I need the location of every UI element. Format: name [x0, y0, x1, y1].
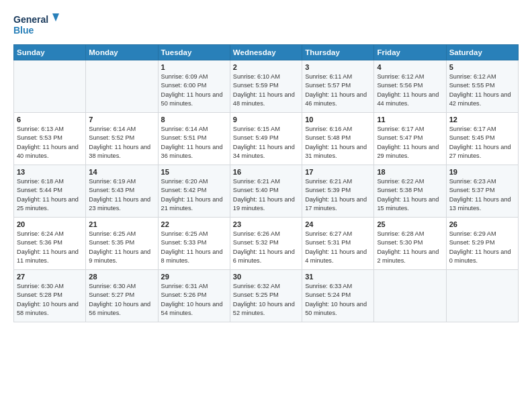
calendar-row: 20Sunrise: 6:24 AM Sunset: 5:36 PM Dayli…	[14, 218, 519, 270]
day-info: Sunrise: 6:15 AM Sunset: 5:49 PM Dayligh…	[233, 125, 299, 161]
calendar-cell: 12Sunrise: 6:17 AM Sunset: 5:45 PM Dayli…	[446, 113, 518, 165]
weekday-header: Sunday	[14, 45, 86, 60]
day-info: Sunrise: 6:24 AM Sunset: 5:36 PM Dayligh…	[17, 230, 83, 265]
day-info: Sunrise: 6:30 AM Sunset: 5:28 PM Dayligh…	[17, 282, 83, 318]
calendar-cell: 24Sunrise: 6:27 AM Sunset: 5:31 PM Dayli…	[302, 218, 374, 270]
day-number: 2	[233, 63, 299, 71]
day-info: Sunrise: 6:11 AM Sunset: 5:57 PM Dayligh…	[305, 73, 371, 108]
day-number: 16	[233, 168, 299, 176]
day-number: 11	[377, 116, 443, 124]
weekday-header: Thursday	[302, 45, 374, 60]
day-info: Sunrise: 6:13 AM Sunset: 5:53 PM Dayligh…	[17, 125, 83, 161]
svg-text:Blue: Blue	[13, 25, 34, 36]
day-info: Sunrise: 6:29 AM Sunset: 5:29 PM Dayligh…	[449, 230, 515, 265]
day-info: Sunrise: 6:26 AM Sunset: 5:32 PM Dayligh…	[233, 230, 299, 265]
weekday-header: Tuesday	[158, 45, 230, 60]
day-info: Sunrise: 6:23 AM Sunset: 5:37 PM Dayligh…	[449, 177, 515, 213]
calendar-cell: 7Sunrise: 6:14 AM Sunset: 5:52 PM Daylig…	[86, 113, 158, 165]
day-info: Sunrise: 6:17 AM Sunset: 5:47 PM Dayligh…	[377, 125, 443, 161]
calendar-cell: 13Sunrise: 6:18 AM Sunset: 5:44 PM Dayli…	[14, 165, 86, 218]
day-number: 14	[89, 168, 154, 176]
day-info: Sunrise: 6:32 AM Sunset: 5:25 PM Dayligh…	[233, 282, 299, 318]
day-number: 15	[161, 168, 227, 176]
day-info: Sunrise: 6:25 AM Sunset: 5:35 PM Dayligh…	[89, 230, 154, 265]
calendar-cell: 3Sunrise: 6:11 AM Sunset: 5:57 PM Daylig…	[302, 60, 374, 113]
calendar-cell: 30Sunrise: 6:32 AM Sunset: 5:25 PM Dayli…	[230, 270, 302, 322]
day-info: Sunrise: 6:12 AM Sunset: 5:56 PM Dayligh…	[377, 73, 443, 108]
calendar-cell: 20Sunrise: 6:24 AM Sunset: 5:36 PM Dayli…	[14, 218, 86, 270]
day-number: 23	[233, 220, 299, 228]
day-number: 1	[161, 63, 227, 71]
calendar-cell: 8Sunrise: 6:14 AM Sunset: 5:51 PM Daylig…	[158, 113, 230, 165]
calendar-cell: 9Sunrise: 6:15 AM Sunset: 5:49 PM Daylig…	[230, 113, 302, 165]
calendar-cell: 18Sunrise: 6:22 AM Sunset: 5:38 PM Dayli…	[374, 165, 446, 218]
calendar-header: SundayMondayTuesdayWednesdayThursdayFrid…	[14, 45, 519, 60]
calendar-body: 1Sunrise: 6:09 AM Sunset: 6:00 PM Daylig…	[14, 60, 519, 322]
calendar-cell: 11Sunrise: 6:17 AM Sunset: 5:47 PM Dayli…	[374, 113, 446, 165]
day-info: Sunrise: 6:25 AM Sunset: 5:33 PM Dayligh…	[161, 230, 227, 265]
day-number: 4	[377, 63, 443, 71]
day-info: Sunrise: 6:14 AM Sunset: 5:51 PM Dayligh…	[161, 125, 227, 161]
day-info: Sunrise: 6:17 AM Sunset: 5:45 PM Dayligh…	[449, 125, 515, 161]
calendar-cell: 21Sunrise: 6:25 AM Sunset: 5:35 PM Dayli…	[86, 218, 158, 270]
weekday-header: Friday	[374, 45, 446, 60]
day-number: 12	[449, 116, 515, 124]
calendar-cell: 10Sunrise: 6:16 AM Sunset: 5:48 PM Dayli…	[302, 113, 374, 165]
day-number: 18	[377, 168, 443, 176]
day-info: Sunrise: 6:30 AM Sunset: 5:27 PM Dayligh…	[89, 282, 154, 318]
logo: General Blue	[13, 11, 60, 38]
day-info: Sunrise: 6:27 AM Sunset: 5:31 PM Dayligh…	[305, 230, 371, 265]
day-info: Sunrise: 6:31 AM Sunset: 5:26 PM Dayligh…	[161, 282, 227, 318]
page-container: General Blue SundayMondayTuesdayWednesda…	[0, 0, 532, 329]
calendar-cell: 26Sunrise: 6:29 AM Sunset: 5:29 PM Dayli…	[446, 218, 518, 270]
day-number: 20	[17, 220, 83, 228]
calendar-cell: 31Sunrise: 6:33 AM Sunset: 5:24 PM Dayli…	[302, 270, 374, 322]
weekday-header: Saturday	[446, 45, 518, 60]
day-info: Sunrise: 6:10 AM Sunset: 5:59 PM Dayligh…	[233, 73, 299, 108]
calendar-row: 13Sunrise: 6:18 AM Sunset: 5:44 PM Dayli…	[14, 165, 519, 218]
day-number: 13	[17, 168, 83, 176]
calendar-cell	[446, 270, 518, 322]
day-number: 29	[161, 273, 227, 281]
day-info: Sunrise: 6:21 AM Sunset: 5:40 PM Dayligh…	[233, 177, 299, 213]
day-info: Sunrise: 6:09 AM Sunset: 6:00 PM Dayligh…	[161, 73, 227, 108]
day-number: 31	[305, 273, 371, 281]
day-number: 3	[305, 63, 371, 71]
day-number: 7	[89, 116, 154, 124]
page-header: General Blue	[13, 11, 519, 38]
day-info: Sunrise: 6:21 AM Sunset: 5:39 PM Dayligh…	[305, 177, 371, 213]
day-info: Sunrise: 6:19 AM Sunset: 5:43 PM Dayligh…	[89, 177, 154, 213]
header-row: SundayMondayTuesdayWednesdayThursdayFrid…	[14, 45, 519, 60]
calendar-cell: 29Sunrise: 6:31 AM Sunset: 5:26 PM Dayli…	[158, 270, 230, 322]
day-number: 17	[305, 168, 371, 176]
day-number: 6	[17, 116, 83, 124]
day-number: 9	[233, 116, 299, 124]
calendar-row: 27Sunrise: 6:30 AM Sunset: 5:28 PM Dayli…	[14, 270, 519, 322]
logo-svg: General Blue	[13, 11, 60, 38]
day-info: Sunrise: 6:16 AM Sunset: 5:48 PM Dayligh…	[305, 125, 371, 161]
calendar-cell: 5Sunrise: 6:12 AM Sunset: 5:55 PM Daylig…	[446, 60, 518, 113]
calendar-cell: 4Sunrise: 6:12 AM Sunset: 5:56 PM Daylig…	[374, 60, 446, 113]
weekday-header: Monday	[86, 45, 158, 60]
calendar-cell: 15Sunrise: 6:20 AM Sunset: 5:42 PM Dayli…	[158, 165, 230, 218]
day-info: Sunrise: 6:20 AM Sunset: 5:42 PM Dayligh…	[161, 177, 227, 213]
calendar-cell: 16Sunrise: 6:21 AM Sunset: 5:40 PM Dayli…	[230, 165, 302, 218]
svg-text:General: General	[13, 14, 48, 25]
calendar-row: 1Sunrise: 6:09 AM Sunset: 6:00 PM Daylig…	[14, 60, 519, 113]
day-number: 19	[449, 168, 515, 176]
day-info: Sunrise: 6:28 AM Sunset: 5:30 PM Dayligh…	[377, 230, 443, 265]
calendar-cell: 28Sunrise: 6:30 AM Sunset: 5:27 PM Dayli…	[86, 270, 158, 322]
day-number: 28	[89, 273, 154, 281]
day-number: 30	[233, 273, 299, 281]
day-number: 21	[89, 220, 154, 228]
day-info: Sunrise: 6:12 AM Sunset: 5:55 PM Dayligh…	[449, 73, 515, 108]
day-info: Sunrise: 6:14 AM Sunset: 5:52 PM Dayligh…	[89, 125, 154, 161]
calendar-cell: 22Sunrise: 6:25 AM Sunset: 5:33 PM Dayli…	[158, 218, 230, 270]
calendar-cell: 17Sunrise: 6:21 AM Sunset: 5:39 PM Dayli…	[302, 165, 374, 218]
calendar-cell	[374, 270, 446, 322]
calendar-cell	[14, 60, 86, 113]
day-info: Sunrise: 6:22 AM Sunset: 5:38 PM Dayligh…	[377, 177, 443, 213]
calendar-cell: 14Sunrise: 6:19 AM Sunset: 5:43 PM Dayli…	[86, 165, 158, 218]
day-number: 8	[161, 116, 227, 124]
calendar-cell: 27Sunrise: 6:30 AM Sunset: 5:28 PM Dayli…	[14, 270, 86, 322]
